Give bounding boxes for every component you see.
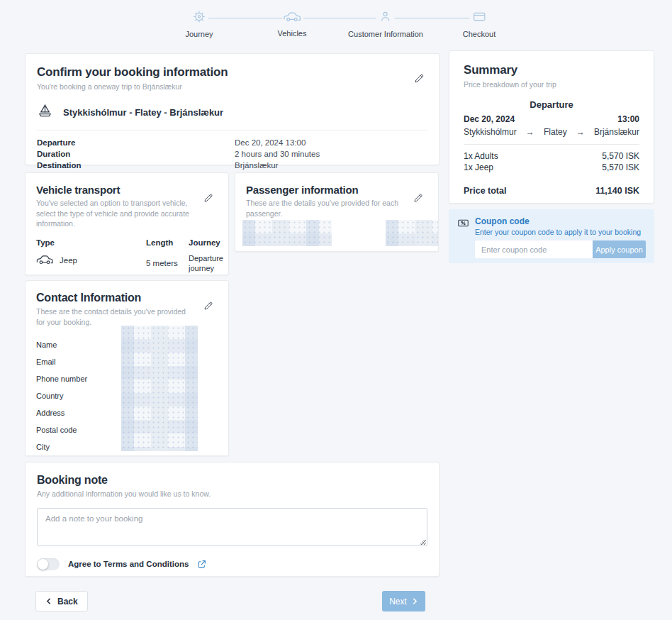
summary-route-via: Flatey: [544, 126, 567, 138]
step-label: Vehicles: [278, 29, 307, 38]
arrow-right-icon: →: [526, 126, 534, 138]
line-value: 5,570 ISK: [602, 162, 639, 173]
detail-value: 2 hours and 30 minutes: [235, 148, 320, 160]
car-icon: [36, 253, 53, 267]
detail-label: Duration: [37, 148, 235, 160]
vehicle-col-length: Length: [146, 238, 189, 247]
sailboat-icon: [37, 103, 53, 122]
terms-toggle[interactable]: [37, 558, 60, 570]
coupon-code-input[interactable]: [475, 240, 593, 258]
detail-row-destination: Destination Brjánslækur: [37, 160, 427, 171]
vehicle-subtitle: You've selected an option to transport v…: [36, 198, 199, 229]
step-label: Journey: [185, 30, 213, 38]
redacted-contact-data: [121, 326, 198, 451]
vehicle-col-type: Type: [36, 238, 146, 247]
step-journey[interactable]: Journey: [185, 10, 213, 38]
vehicle-title: Vehicle transport: [36, 184, 218, 196]
pencil-icon: [413, 72, 425, 84]
edit-booking-button[interactable]: [412, 72, 426, 87]
coupon-subtitle: Enter your coupon code to apply it to yo…: [475, 228, 646, 236]
summary-divider: [464, 144, 639, 145]
summary-date-row: Dec 20, 2024 13:00: [464, 114, 639, 125]
edit-contact-button[interactable]: [201, 299, 215, 314]
summary-line-jeep: 1x Jeep 5,570 ISK: [464, 162, 639, 173]
arrow-right-icon: →: [576, 126, 585, 138]
contact-information-card: Contact Information These are the contac…: [25, 280, 229, 456]
pencil-icon: [203, 300, 214, 311]
detail-row-duration: Duration 2 hours and 30 minutes: [37, 148, 427, 160]
line-label: 1x Jeep: [464, 162, 493, 173]
step-vehicles[interactable]: Vehicles: [278, 10, 307, 38]
total-label: Price total: [464, 185, 506, 196]
passenger-title: Passenger information: [246, 184, 427, 196]
summary-section-label: Departure: [464, 99, 639, 110]
back-label: Back: [57, 597, 78, 607]
contact-subtitle: These are the contact details you've pro…: [36, 306, 189, 327]
booking-note-card: Booking note Any additional information …: [25, 462, 439, 577]
pencil-icon: [413, 192, 424, 204]
redacted-passenger-data: [386, 220, 438, 246]
credit-card-icon: [472, 10, 486, 26]
ship-wheel-icon: [192, 10, 206, 26]
confirm-title: Confirm your booking information: [37, 65, 427, 79]
detail-value: Brjánslækur: [235, 160, 278, 171]
summary-time: 13:00: [617, 114, 639, 125]
route-row: Stykkishólmur - Flatey - Brjánslækur: [37, 103, 427, 131]
external-link-icon[interactable]: [197, 560, 206, 569]
summary-title: Summary: [464, 63, 639, 77]
vehicle-col-journey: Journey: [189, 238, 223, 247]
summary-line-adults: 1x Adults 5,570 ISK: [464, 150, 639, 162]
detail-label: Destination: [37, 160, 235, 171]
toggle-knob: [38, 559, 48, 570]
coupon-title: Coupon code: [475, 216, 646, 226]
edit-passenger-button[interactable]: [411, 192, 425, 206]
contact-title: Contact Information: [36, 292, 218, 304]
booking-note-input[interactable]: [37, 508, 427, 546]
detail-label: Departure: [37, 137, 235, 148]
detail-row-departure: Departure Dec 20, 2024 13:00: [37, 137, 427, 148]
summary-route-from: Stykkishólmur: [464, 126, 517, 138]
coupon-ticket-icon: [457, 217, 469, 256]
terms-label: Agree to Terms and Conditions: [68, 560, 189, 568]
confirm-booking-card: Confirm your booking information You're …: [25, 53, 439, 165]
next-label: Next: [389, 597, 407, 607]
vehicle-table: Type Length Journey Jeep 5 meters Depart…: [36, 238, 218, 273]
passenger-subtitle: These are the details you've provided fo…: [246, 198, 402, 218]
step-customer-information[interactable]: Customer Information: [348, 10, 423, 38]
step-label: Checkout: [463, 30, 495, 38]
line-label: 1x Adults: [464, 150, 498, 162]
stepper-connector: [208, 18, 282, 18]
vehicle-length-cell: 5 meters: [146, 258, 189, 268]
pencil-icon: [203, 192, 214, 204]
booking-page: Journey Vehicles Customer Information: [0, 0, 672, 620]
vehicle-transport-card: Vehicle transport You've selected an opt…: [25, 172, 229, 275]
line-value: 5,570 ISK: [602, 150, 639, 162]
redacted-passenger-data: [242, 220, 332, 246]
passenger-information-card: Passenger information These are the deta…: [235, 172, 439, 252]
chevron-right-icon: [411, 597, 418, 605]
summary-date: Dec 20, 2024: [464, 114, 515, 125]
total-value: 11,140 ISK: [595, 185, 639, 196]
chevron-left-icon: [45, 597, 52, 605]
vehicle-journey-cell: Departure journey: [189, 253, 223, 273]
apply-coupon-button[interactable]: Apply coupon: [593, 240, 646, 258]
summary-total-row: Price total 11,140 ISK: [464, 185, 639, 196]
vehicle-type-value: Jeep: [60, 255, 77, 265]
edit-vehicle-button[interactable]: [201, 192, 215, 206]
route-text: Stykkishólmur - Flatey - Brjánslækur: [63, 107, 223, 118]
car-icon: [283, 10, 301, 26]
back-button[interactable]: Back: [35, 591, 88, 611]
confirm-subtitle: You're booking a oneway trip to Brjánslæ…: [37, 82, 427, 92]
step-label: Customer Information: [348, 30, 423, 38]
note-title: Booking note: [37, 474, 427, 487]
terms-row: Agree to Terms and Conditions: [37, 558, 427, 570]
step-checkout[interactable]: Checkout: [463, 10, 495, 38]
summary-subtitle: Price breakdown of your trip: [464, 79, 639, 90]
detail-value: Dec 20, 2024 13:00: [235, 137, 306, 148]
next-button[interactable]: Next: [382, 591, 425, 611]
vehicle-type-cell: Jeep: [36, 253, 146, 267]
person-icon: [379, 10, 392, 26]
summary-card: Summary Price breakdown of your trip Dep…: [449, 50, 654, 204]
summary-route-to: Brjánslækur: [594, 126, 639, 138]
summary-route-row: Stykkishólmur → Flatey → Brjánslækur: [464, 126, 639, 138]
